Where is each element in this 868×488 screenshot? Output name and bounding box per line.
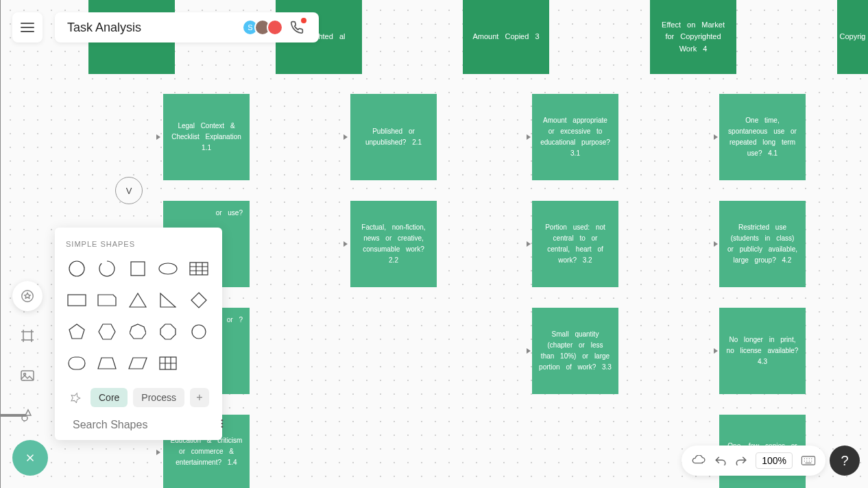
shape-empty	[188, 352, 210, 374]
arrow-icon	[156, 134, 160, 140]
header-node-5[interactable]: Copyrig	[837, 0, 868, 74]
arrow-icon	[714, 348, 718, 354]
svg-point-4	[69, 261, 84, 276]
arrow-icon	[527, 134, 531, 140]
document-title[interactable]: Task Analysis	[67, 21, 141, 35]
shape-parallelogram[interactable]	[127, 352, 149, 374]
shape-grid[interactable]	[157, 352, 179, 374]
shapes-grid	[66, 258, 211, 374]
arrow-icon	[527, 241, 531, 247]
node-3-3[interactable]: Small quantity (chapter or less than 10%…	[532, 308, 618, 394]
shape-card[interactable]	[96, 289, 118, 311]
shape-circle-alt[interactable]	[188, 321, 210, 343]
shape-hexagon[interactable]	[96, 321, 118, 343]
star-circle-icon	[20, 289, 35, 304]
draw-tool[interactable]	[12, 400, 43, 430]
shape-ellipse[interactable]	[157, 258, 179, 280]
shape-diamond[interactable]	[188, 289, 210, 311]
shape-trapezoid[interactable]	[96, 352, 118, 374]
svg-rect-7	[190, 263, 208, 275]
zoom-level[interactable]: 100%	[756, 452, 793, 469]
header-node-3[interactable]: Amount Copied 3	[463, 0, 549, 74]
arrow-icon	[714, 134, 718, 140]
search-row	[66, 410, 211, 440]
pin-icon	[70, 392, 81, 403]
notification-dot-icon	[301, 18, 306, 23]
svg-rect-8	[68, 295, 86, 306]
left-dock	[12, 281, 43, 430]
arrow-icon	[156, 450, 160, 455]
svg-rect-16	[801, 456, 815, 465]
call-button[interactable]	[287, 18, 306, 37]
tab-core[interactable]: Core	[91, 388, 128, 407]
shape-triangle[interactable]	[127, 289, 149, 311]
shapes-tool[interactable]	[12, 281, 43, 311]
arrow-icon	[343, 241, 348, 247]
palette-tabs: Core Process +	[66, 385, 211, 410]
svg-point-9	[192, 325, 206, 339]
svg-point-14	[221, 423, 224, 425]
redo-button[interactable]	[735, 456, 747, 465]
node-2-2[interactable]: Factual, non-fiction, news or creative, …	[350, 201, 437, 287]
more-button[interactable]	[217, 418, 228, 432]
node-4-2[interactable]: Restricted use (students in class) or pu…	[719, 201, 806, 287]
keyboard-icon	[801, 456, 816, 465]
shape-table[interactable]	[188, 258, 210, 280]
shape-square[interactable]	[127, 258, 149, 280]
shape-right-triangle[interactable]	[157, 289, 179, 311]
arrow-icon	[527, 348, 531, 354]
image-icon	[19, 367, 36, 384]
circle-node-v[interactable]: V	[115, 177, 143, 204]
bottom-toolbar: 100%	[682, 446, 825, 476]
header-node-4[interactable]: Effect on Market for Copyrighted Work 4	[650, 0, 736, 74]
svg-point-13	[221, 419, 224, 422]
svg-point-6	[159, 263, 177, 274]
node-4-3[interactable]: No longer in print, no license available…	[719, 308, 806, 394]
svg-point-3	[22, 415, 27, 421]
shapes-icon	[19, 407, 36, 424]
keyboard-button[interactable]	[801, 456, 816, 465]
svg-rect-10	[69, 357, 85, 369]
node-2-1[interactable]: Published or unpublished? 2.1	[350, 94, 437, 180]
arrow-icon	[343, 134, 348, 140]
shape-rectangle[interactable]	[66, 289, 88, 311]
avatar[interactable]	[267, 19, 283, 36]
svg-rect-5	[131, 262, 145, 276]
node-4-1[interactable]: One time, spontaneous use or repeated lo…	[719, 94, 806, 180]
search-input[interactable]	[73, 419, 210, 431]
title-bar: Task Analysis S	[55, 12, 319, 42]
frame-tool[interactable]	[12, 321, 43, 351]
node-3-2[interactable]: Portion used: not central to or central,…	[532, 201, 618, 287]
hamburger-icon	[21, 23, 34, 32]
cloud-icon	[691, 455, 706, 466]
shape-rounded-rect[interactable]	[66, 352, 88, 374]
image-tool[interactable]	[12, 361, 43, 391]
shape-heptagon[interactable]	[127, 321, 149, 343]
node-1-1[interactable]: Legal Context & Checklist Explanation 1.…	[163, 94, 250, 180]
shape-palette: SIMPLE SHAPES Core Process +	[55, 228, 222, 440]
undo-button[interactable]	[714, 456, 727, 465]
frame-icon	[19, 328, 36, 344]
redo-icon	[735, 456, 747, 465]
tab-process[interactable]: Process	[133, 388, 184, 407]
tab-add-button[interactable]: +	[190, 388, 209, 407]
pin-button[interactable]	[66, 388, 85, 407]
undo-icon	[714, 456, 727, 465]
more-vertical-icon	[217, 418, 228, 429]
node-3-1[interactable]: Amount appropriate or excessive to educa…	[532, 94, 618, 180]
shape-pentagon[interactable]	[66, 321, 88, 343]
arrow-icon	[714, 241, 718, 247]
question-icon: ?	[841, 453, 848, 469]
cloud-sync-button[interactable]	[691, 455, 706, 466]
close-palette-button[interactable]	[12, 440, 48, 476]
shape-circle[interactable]	[66, 258, 88, 280]
help-button[interactable]: ?	[830, 446, 860, 476]
menu-button[interactable]	[12, 12, 43, 42]
svg-point-15	[221, 426, 224, 428]
shape-arc[interactable]	[96, 258, 118, 280]
close-icon	[24, 452, 36, 464]
shape-octagon[interactable]	[157, 321, 179, 343]
palette-title: SIMPLE SHAPES	[66, 240, 211, 248]
collaborators: S	[242, 18, 306, 37]
